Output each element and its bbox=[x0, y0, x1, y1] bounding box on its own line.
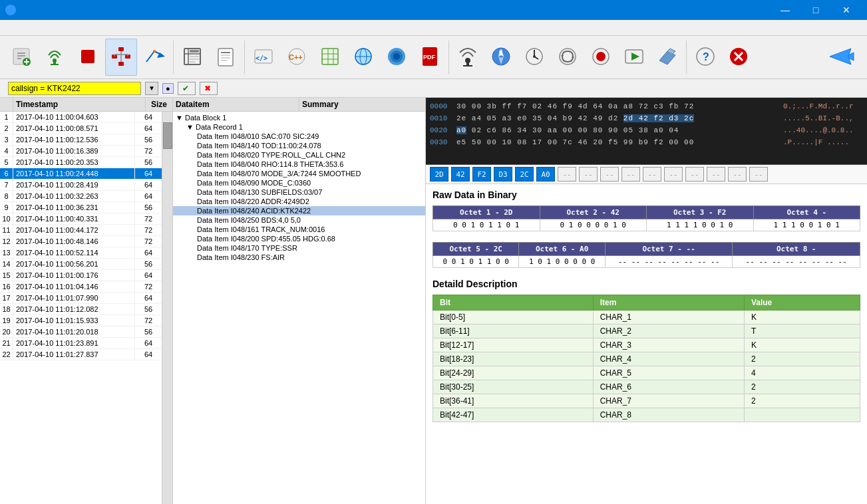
byte-box[interactable]: -- bbox=[707, 167, 725, 182]
clear-button[interactable]: ✖ bbox=[200, 82, 218, 95]
x-icon: ✖ bbox=[204, 84, 211, 93]
toolbar-record-button[interactable] bbox=[585, 39, 617, 76]
packet-list-scrollbar[interactable] bbox=[162, 112, 172, 504]
toolbar-stop-button[interactable] bbox=[72, 39, 104, 76]
tree-item[interactable]: Data Item I048/200 SPD:455.05 HDG:0.68 bbox=[173, 234, 425, 243]
packet-row[interactable]: 10 2017-04-10 11:00:40.331 72 bbox=[0, 213, 162, 225]
packet-row[interactable]: 4 2017-04-10 11:00:16.389 72 bbox=[0, 146, 162, 157]
byte-box[interactable]: 2C bbox=[515, 167, 534, 182]
tree-item[interactable]: Data Item I048/010 SAC:070 SIC:249 bbox=[173, 132, 425, 141]
tree-item[interactable]: Data Item I048/240 ACID:KTK2422 bbox=[173, 206, 425, 215]
toolbar-kml-button[interactable] bbox=[347, 39, 379, 76]
maximize-button[interactable]: □ bbox=[800, 0, 831, 20]
packet-row[interactable]: 3 2017-04-10 11:00:12.536 56 bbox=[0, 134, 162, 146]
menu-file[interactable] bbox=[3, 27, 13, 29]
tree-item[interactable]: Data Item I048/230 FS:AIR bbox=[173, 253, 425, 262]
close-button[interactable]: ✕ bbox=[831, 0, 862, 20]
byte-box[interactable]: -- bbox=[749, 167, 768, 182]
apply-button[interactable]: ✔ bbox=[178, 82, 196, 95]
tree-item[interactable]: Data Item I048/250 BDS:4,0 5,0 bbox=[173, 215, 425, 225]
packet-row[interactable]: 18 2017-04-10 11:01:12.082 56 bbox=[0, 304, 162, 315]
toolbar-uap-button[interactable] bbox=[210, 39, 242, 76]
conv-icon bbox=[557, 46, 578, 67]
packet-row[interactable]: 15 2017-04-10 11:01:00.176 64 bbox=[0, 270, 162, 281]
packet-row[interactable]: 12 2017-04-10 11:00:48.146 72 bbox=[0, 236, 162, 247]
tree-item[interactable]: ▼ Data Record 1 bbox=[173, 122, 425, 132]
row-timestamp: 2017-04-10 11:01:07.990 bbox=[13, 293, 135, 303]
tree-item[interactable]: Data Item I048/130 SUBFIELDS:03/07 bbox=[173, 188, 425, 197]
toolbar-csv-button[interactable] bbox=[314, 39, 346, 76]
byte-box[interactable]: -- bbox=[621, 167, 640, 182]
toolbar-conv-button[interactable] bbox=[552, 39, 584, 76]
byte-box[interactable]: 42 bbox=[451, 167, 470, 182]
tree-item[interactable]: Data Item I048/070 MODE_3/A:7244 SMOOTHE… bbox=[173, 169, 425, 178]
byte-box[interactable]: A0 bbox=[536, 167, 555, 182]
row-size: 56 bbox=[135, 202, 162, 213]
toolbar-mcast-button[interactable] bbox=[39, 39, 71, 76]
menu-view[interactable] bbox=[13, 27, 24, 29]
packet-row[interactable]: 7 2017-04-10 11:00:28.419 64 bbox=[0, 180, 162, 191]
toolbar-coverage-button[interactable] bbox=[452, 39, 484, 76]
byte-box[interactable]: -- bbox=[685, 167, 704, 182]
tree-item[interactable]: Data Item I048/170 TYPE:SSR bbox=[173, 243, 425, 253]
tree-scroll[interactable]: ▼ Data Block 1▼ Data Record 1Data Item I… bbox=[173, 112, 425, 504]
packet-row[interactable]: 17 2017-04-10 11:01:07.990 64 bbox=[0, 293, 162, 304]
toolbar-exit-button[interactable] bbox=[723, 39, 755, 76]
byte-box[interactable]: -- bbox=[728, 167, 747, 182]
tree-item[interactable]: Data Item I048/140 TOD:11:00:24.078 bbox=[173, 141, 425, 150]
toolbar-track-button[interactable] bbox=[138, 39, 170, 76]
packet-row[interactable]: 13 2017-04-10 11:00:52.114 64 bbox=[0, 247, 162, 259]
byte-box[interactable]: -- bbox=[643, 167, 661, 182]
tree-item[interactable]: ▼ Data Block 1 bbox=[173, 113, 425, 122]
toolbar-tree-button[interactable] bbox=[105, 39, 137, 76]
packet-row[interactable]: 1 2017-04-10 11:00:04.603 64 bbox=[0, 112, 162, 123]
tree-item[interactable]: Data Item I048/020 TYPE:ROLL_CALL CHN2 bbox=[173, 150, 425, 160]
packet-row[interactable]: 20 2017-04-10 11:01:20.018 56 bbox=[0, 326, 162, 338]
packet-row[interactable]: 11 2017-04-10 11:00:44.172 72 bbox=[0, 225, 162, 236]
packet-row[interactable]: 22 2017-04-10 11:01:27.837 64 bbox=[0, 349, 162, 360]
byte-box[interactable]: -- bbox=[579, 167, 598, 182]
scrollbar-thumb[interactable] bbox=[163, 122, 172, 149]
packet-row[interactable]: 9 2017-04-10 11:00:36.231 56 bbox=[0, 202, 162, 213]
packet-row[interactable]: 8 2017-04-10 11:00:32.263 64 bbox=[0, 191, 162, 202]
byte-box[interactable]: -- bbox=[558, 167, 576, 182]
tree-item[interactable]: Data Item I048/040 RHO:114.8 THETA:353.6 bbox=[173, 160, 425, 169]
tree-item[interactable]: Data Item I048/161 TRACK_NUM:0016 bbox=[173, 225, 425, 234]
tree-item[interactable]: Data Item I048/090 MODE_C:0360 bbox=[173, 178, 425, 188]
menu-help[interactable] bbox=[45, 27, 56, 29]
packet-row[interactable]: 19 2017-04-10 11:01:15.933 72 bbox=[0, 315, 162, 326]
toolbar-pdf-button[interactable]: PDF bbox=[414, 39, 446, 76]
toolbar-playback-button[interactable] bbox=[618, 39, 650, 76]
filter-dropdown[interactable]: ▼ bbox=[145, 82, 158, 95]
packet-row[interactable]: 6 2017-04-10 11:00:24.448 64 bbox=[0, 168, 162, 180]
hex-ascii: ...40....@.0.8.. bbox=[783, 124, 863, 136]
packet-row[interactable]: 21 2017-04-10 11:01:23.891 64 bbox=[0, 338, 162, 349]
packet-row[interactable]: 5 2017-04-10 11:00:20.353 56 bbox=[0, 157, 162, 168]
toolbar-delay-button[interactable] bbox=[518, 39, 550, 76]
packet-row[interactable]: 14 2017-04-10 11:00:56.201 56 bbox=[0, 259, 162, 270]
toolbar-xml-button[interactable]: </> bbox=[248, 39, 279, 76]
byte-box[interactable]: 2D bbox=[430, 167, 448, 182]
north-icon: N bbox=[490, 46, 512, 67]
filter-input[interactable] bbox=[8, 82, 141, 95]
minimize-button[interactable]: — bbox=[770, 0, 800, 20]
toolbar-north-button[interactable]: N bbox=[485, 39, 517, 76]
svg-text:C++: C++ bbox=[289, 53, 303, 61]
packet-list-scroll[interactable]: 1 2017-04-10 11:00:04.603 64 2 2017-04-1… bbox=[0, 112, 162, 504]
tree-item[interactable]: Data Item I048/220 ADDR:4249D2 bbox=[173, 197, 425, 206]
packet-row[interactable]: 16 2017-04-10 11:01:04.146 72 bbox=[0, 281, 162, 293]
byte-box[interactable]: -- bbox=[600, 167, 619, 182]
byte-box[interactable]: -- bbox=[664, 167, 683, 182]
record-icon bbox=[590, 46, 611, 67]
menu-tool[interactable] bbox=[35, 27, 45, 29]
byte-box[interactable]: F2 bbox=[472, 167, 491, 182]
packet-row[interactable]: 2 2017-04-10 11:00:08.571 64 bbox=[0, 123, 162, 134]
toolbar-simulator-button[interactable] bbox=[651, 39, 683, 76]
toolbar-html-button[interactable] bbox=[381, 39, 413, 76]
toolbar-frame-button[interactable] bbox=[176, 39, 208, 76]
menu-analyze[interactable] bbox=[24, 27, 35, 29]
toolbar-help-button[interactable]: ? bbox=[689, 39, 721, 76]
toolbar-cpp-button[interactable]: C++ bbox=[281, 39, 313, 76]
toolbar-file-button[interactable] bbox=[5, 39, 37, 76]
byte-box[interactable]: D3 bbox=[494, 167, 512, 182]
